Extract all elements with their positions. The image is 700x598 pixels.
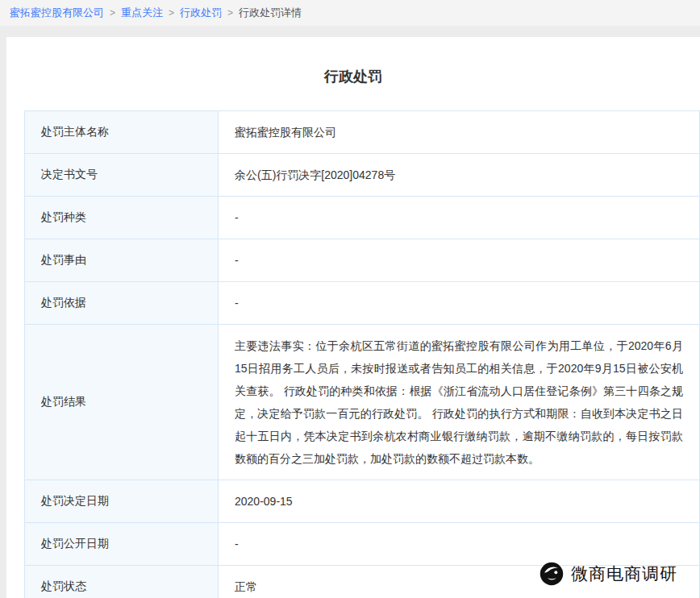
row-label: 处罚依据	[25, 282, 219, 324]
row-value: 主要违法事实：位于余杭区五常街道的蜜拓蜜控股有限公司作为用工单位，于2020年6…	[219, 325, 699, 480]
breadcrumb-penalty-link[interactable]: 行政处罚	[180, 6, 222, 20]
breadcrumb-separator: >	[227, 7, 233, 19]
row-value: -	[219, 197, 699, 239]
row-value-text: 主要违法事实：位于余杭区五常街道的蜜拓蜜控股有限公司作为用工单位，于2020年6…	[235, 334, 683, 470]
breadcrumb-separator: >	[169, 7, 174, 19]
row-value: -	[219, 282, 699, 324]
table-row: 处罚事由 -	[25, 239, 699, 282]
row-value-text: -	[235, 206, 239, 229]
breadcrumb-company-link[interactable]: 蜜拓蜜控股有限公司	[10, 6, 104, 20]
table-row: 处罚公开日期 -	[25, 523, 699, 566]
row-value-text: 蜜拓蜜控股有限公司	[235, 121, 336, 143]
row-label: 决定书文号	[25, 154, 219, 196]
table-row: 决定书文号 余公(五)行罚决字[2020]04278号	[25, 154, 699, 197]
row-label: 处罚种类	[25, 197, 219, 239]
breadcrumb: 蜜拓蜜控股有限公司 > 重点关注 > 行政处罚 > 行政处罚详情	[0, 0, 700, 27]
row-value-text: 2020-09-15	[235, 490, 293, 513]
row-value-text: -	[235, 249, 239, 272]
row-label: 处罚主体名称	[25, 111, 219, 153]
breadcrumb-key-focus-link[interactable]: 重点关注	[121, 6, 163, 20]
table-row: 处罚主体名称 蜜拓蜜控股有限公司	[25, 111, 699, 154]
page-title: 行政处罚	[6, 37, 700, 110]
penalty-detail-table: 处罚主体名称 蜜拓蜜控股有限公司 决定书文号 余公(五)行罚决字[2020]04…	[24, 110, 700, 598]
row-value: -	[219, 239, 699, 281]
table-row: 处罚种类 -	[25, 197, 699, 239]
watermark-text: 微商电商调研	[571, 563, 677, 585]
row-label: 处罚事由	[25, 239, 219, 281]
row-label: 处罚决定日期	[25, 480, 219, 522]
breadcrumb-current-page: 行政处罚详情	[239, 6, 302, 20]
row-value-text: 正常	[235, 575, 257, 598]
row-value-text: -	[235, 533, 239, 555]
row-value: 余公(五)行罚决字[2020]04278号	[219, 154, 699, 196]
row-value: -	[219, 523, 699, 565]
row-label: 处罚公开日期	[25, 523, 219, 565]
table-row: 处罚决定日期 2020-09-15	[25, 480, 699, 523]
table-row: 处罚依据 -	[25, 282, 699, 325]
watermark: 微商电商调研	[539, 561, 677, 587]
table-row: 处罚结果 主要违法事实：位于余杭区五常街道的蜜拓蜜控股有限公司作为用工单位，于2…	[25, 325, 699, 480]
row-value: 2020-09-15	[219, 480, 699, 522]
breadcrumb-separator: >	[110, 7, 115, 19]
row-label: 处罚状态	[25, 566, 219, 598]
row-value: 蜜拓蜜控股有限公司	[219, 111, 699, 153]
row-value-text: 余公(五)行罚决字[2020]04278号	[235, 164, 395, 186]
penalty-detail-card: 行政处罚 处罚主体名称 蜜拓蜜控股有限公司 决定书文号 余公(五)行罚决字[20…	[6, 37, 700, 598]
row-value-text: -	[235, 292, 239, 314]
watermark-logo-icon	[539, 561, 565, 587]
row-label: 处罚结果	[25, 325, 219, 480]
